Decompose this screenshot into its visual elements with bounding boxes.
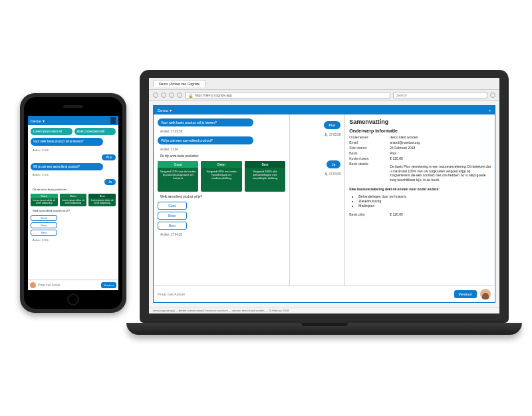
summary-section-heading: Onderwerp informatie — [349, 128, 491, 133]
close-icon[interactable]: × — [488, 108, 491, 112]
option-best-button[interactable]: Best — [31, 230, 57, 236]
message-meta: Amber, 17:04 — [31, 173, 116, 176]
send-button[interactable]: Verstuur — [101, 282, 116, 288]
reload-icon[interactable] — [169, 93, 174, 98]
message-meta: Amber, 17:04 — [31, 148, 116, 152]
kv-row: Start datum:24 Februari 2018 — [349, 146, 491, 150]
forward-icon[interactable] — [161, 93, 166, 98]
avatar — [30, 282, 36, 288]
option-buttons: Goed Beter Best — [158, 202, 187, 230]
message-meta: Amber, 17:03:59 — [158, 130, 285, 133]
home-icon[interactable] — [177, 93, 182, 98]
phone-bottom-bezel — [24, 290, 122, 309]
product-card-best[interactable]: BestVergoedt 100% alle behandelingen met… — [245, 161, 285, 192]
kv-row: Email:anand@nawbas.org — [349, 140, 491, 144]
intro-bubble: amet consectetur elit — [74, 128, 116, 135]
product-card-beter[interactable]: BeterVergoedt 90% met extra fysiotherapi… — [201, 161, 241, 192]
system-message-plain: Dit zijn onze basis producten — [31, 188, 116, 191]
laptop-screen: Demo | Amber van Cognize 🔒https://demo.c… — [149, 78, 499, 313]
avatar — [480, 289, 491, 300]
kv-row: Kosten basis:€ 120,00 — [349, 156, 491, 160]
browser-toolbar: 🔒https://demo.cognize.app Search — [149, 90, 499, 101]
chat-input[interactable]: Praat met Amber — [158, 292, 451, 296]
intro-bubble: Lorem ipsum dolor sit — [31, 128, 72, 135]
system-message-plain: Welk aanvullend product wil je? — [158, 195, 285, 198]
response-column: Plus Jij, 17:03:59 Ja Jij, 17:04:09 — [290, 114, 344, 286]
lock-icon: 🔒 — [188, 93, 193, 98]
desktop-input-bar: Praat met Amber Verstuur — [154, 286, 495, 302]
phone-screen: Demo ▾ Lorem ipsum dolor sit amet consec… — [28, 116, 118, 290]
option-best-button[interactable]: Best — [158, 222, 187, 230]
list-item: Ziekenhuiszorg — [358, 199, 491, 204]
url-field[interactable]: 🔒https://demo.cognize.app — [185, 92, 390, 99]
option-beter-button[interactable]: Beter — [158, 212, 187, 220]
app-container: Demo ▾ × Voor welk basis product wil je … — [153, 105, 495, 303]
bookmark-icon[interactable] — [110, 117, 116, 124]
phone-top-bezel — [24, 97, 122, 116]
menu-icon[interactable] — [490, 93, 495, 98]
product-card-best[interactable]: BestLorem ipsum dolor sit amet adipiscin… — [88, 194, 116, 206]
app-columns: Voor welk basis product wil je kiezen? A… — [154, 114, 495, 286]
back-icon[interactable] — [153, 93, 158, 98]
home-button[interactable] — [67, 294, 79, 306]
user-message: Ja — [327, 160, 340, 168]
user-message: Plus — [102, 154, 116, 160]
product-card-beter[interactable]: BeterLorem ipsum dolor sit amet adipisci… — [60, 194, 87, 206]
summary-title: Samenvatting — [349, 118, 491, 125]
browser-tab-bar: Demo | Amber van Cognize — [149, 78, 499, 90]
system-message: Wil je ook een aanvullend product? — [158, 136, 253, 144]
system-message-plain: Dit zijn onze basis producten — [158, 154, 285, 158]
option-buttons: Goed Beter Best — [31, 215, 57, 236]
search-field[interactable]: Search — [393, 92, 487, 99]
summary-column: Samenvatting Onderwerp informatie Ondern… — [344, 114, 495, 286]
product-card-goed[interactable]: GoedVergoedt 70% van de kosten bij zieke… — [158, 161, 198, 192]
kv-row: Ondernemer:demo klant worden — [349, 135, 491, 139]
system-message-plain: Welk aanvullend product wil je? — [31, 209, 116, 212]
message-meta: Amber, 17:04 — [158, 148, 285, 151]
product-card-goed[interactable]: GoedLorem ipsum dolor sit amet adipiscin… — [31, 194, 58, 206]
chat-input[interactable]: Praat met Amber — [38, 284, 99, 287]
user-message: Ja — [104, 179, 116, 185]
phone-mockup: Demo ▾ Lorem ipsum dolor sit amet consec… — [20, 93, 126, 313]
kv-row: Basis:Plus — [349, 151, 491, 155]
laptop-base — [126, 323, 522, 335]
option-beter-button[interactable]: Beter — [31, 222, 57, 228]
list-item: Medicijnen — [358, 204, 491, 208]
phone-frame: Demo ▾ Lorem ipsum dolor sit amet consec… — [24, 97, 122, 309]
list-item: Behandelingen door uw huisarts — [358, 194, 491, 199]
laptop-mockup: Demo | Amber van Cognize 🔒https://demo.c… — [140, 70, 509, 335]
system-message: Voor welk basis product wil je kiezen? — [31, 138, 103, 145]
mobile-header-title[interactable]: Demo ▾ — [31, 118, 45, 123]
option-goed-button[interactable]: Goed — [31, 215, 57, 221]
chat-column: Voor welk basis product wil je kiezen? A… — [154, 114, 290, 286]
app-header-title[interactable]: Demo ▾ — [158, 108, 172, 112]
system-message: Voor welk basis product wil je kiezen? — [158, 118, 253, 126]
product-card-row: GoedVergoedt 70% van de kosten bij zieke… — [158, 161, 285, 192]
send-button[interactable]: Verstuur — [454, 290, 477, 298]
kv-row: Basis details:De basis Plus verzekering … — [349, 162, 491, 184]
summary-bullet-list: Behandelingen door uw huisarts Ziekenhui… — [358, 194, 491, 208]
message-meta: Jij, 17:04:09 — [325, 172, 340, 176]
user-message: Plus — [324, 121, 341, 129]
mobile-chat-body: Lorem ipsum dolor sit amet consectetur e… — [28, 125, 118, 280]
message-meta: Jij, 17:03:59 — [325, 133, 340, 136]
kv-row: Basis prijs:€ 120,00 — [349, 212, 491, 216]
laptop-lid: Demo | Amber van Cognize 🔒https://demo.c… — [140, 70, 509, 323]
mobile-input-bar: Praat met Amber Verstuur — [28, 280, 118, 290]
phone-speaker — [63, 105, 83, 108]
product-card-row: GoedLorem ipsum dolor sit amet adipiscin… — [31, 194, 116, 206]
system-message: Wil je ook een aanvullend product? — [31, 163, 103, 170]
url-text: https://demo.cognize.app — [195, 93, 232, 97]
browser-status-bar: demo.cognize.app — Amber conversational … — [149, 307, 499, 313]
browser-tab[interactable]: Demo | Amber van Cognize — [153, 80, 205, 87]
app-header: Demo ▾ × — [154, 106, 495, 114]
option-goed-button[interactable]: Goed — [158, 202, 187, 210]
message-meta: Amber, 17:04:20 — [158, 233, 285, 236]
message-meta: Amber, 17:04 — [31, 238, 116, 242]
mobile-app-header: Demo ▾ — [28, 116, 118, 125]
summary-bold-line: Elke basisverzekering dekt de kosten voo… — [349, 187, 491, 192]
